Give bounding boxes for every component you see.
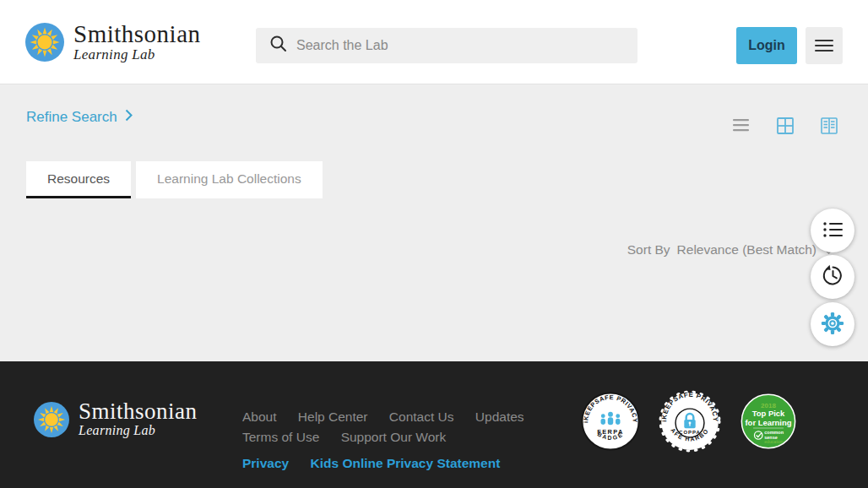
refine-search-link[interactable]: Refine Search xyxy=(26,109,133,126)
results-area: Refine Search xyxy=(0,85,868,361)
footer-link-support-our-work[interactable]: Support Our Work xyxy=(341,430,447,444)
sort-value: Relevance (Best Match) xyxy=(677,242,816,258)
search-bar xyxy=(256,28,637,63)
login-button[interactable]: Login xyxy=(736,27,797,64)
footer-link-privacy[interactable]: Privacy xyxy=(242,456,289,470)
refine-search-label: Refine Search xyxy=(26,109,117,126)
history-button[interactable] xyxy=(811,255,854,299)
brand-name: Smithsonian xyxy=(73,22,201,46)
top-pick-line2: for Learning xyxy=(745,418,791,427)
gear-icon xyxy=(821,312,844,338)
list-view-icon xyxy=(733,122,750,134)
list-panel-button[interactable] xyxy=(811,209,854,252)
hamburger-icon xyxy=(815,36,833,55)
chevron-right-icon xyxy=(125,109,133,126)
detail-view-button[interactable] xyxy=(821,117,838,134)
grid-view-button[interactable] xyxy=(777,117,794,134)
grid-view-icon xyxy=(777,124,794,137)
common-sense-top-pick-badge[interactable]: 2018 Top Pick for Learning common sense … xyxy=(740,393,797,453)
footer-link-help-center[interactable]: Help Center xyxy=(298,409,368,424)
footer-brand-name: Smithsonian xyxy=(79,400,198,423)
bulleted-list-icon xyxy=(822,220,844,242)
smithsonian-sunburst-icon xyxy=(25,23,64,62)
footer-link-terms-of-use[interactable]: Terms of Use xyxy=(242,430,319,444)
learning-lab-page: Smithsonian Learning Lab Login Refine Se… xyxy=(0,0,868,488)
sort-by-label: Sort By xyxy=(627,242,670,258)
sort-dropdown[interactable]: Sort By Relevance (Best Match) xyxy=(627,242,834,258)
site-logo[interactable]: Smithsonian Learning Lab xyxy=(25,22,201,63)
footer-link-kids-privacy[interactable]: Kids Online Privacy Statement xyxy=(310,456,500,470)
top-pick-line1: Top Pick xyxy=(752,409,785,418)
footer-link-contact-us[interactable]: Contact Us xyxy=(389,409,454,424)
search-icon xyxy=(266,35,296,57)
tab-learning-lab-collections[interactable]: Learning Lab Collections xyxy=(136,161,323,198)
footer-links: About Help Center Contact Us Updates Ter… xyxy=(242,407,542,474)
footer-link-updates[interactable]: Updates xyxy=(475,409,524,424)
detail-view-icon xyxy=(821,124,838,137)
history-clock-icon xyxy=(822,264,844,290)
settings-button[interactable] xyxy=(811,302,854,346)
coppa-mid-text: COPPA xyxy=(679,430,701,435)
ikeepsafe-ferpa-badge[interactable]: iKEEPSAFE PRIVACY FERPA BADGE xyxy=(581,392,640,454)
header: Smithsonian Learning Lab Login xyxy=(0,0,868,84)
result-tabs: Resources Learning Lab Collections xyxy=(26,161,323,198)
brand-subtitle: Learning Lab xyxy=(73,46,201,63)
footer-logo[interactable]: Smithsonian Learning Lab xyxy=(34,400,198,438)
ikeepsafe-coppa-badge[interactable]: iKEEPSAFE PRIVACY COPPA SAFE HARBOR xyxy=(659,390,721,456)
certification-badges: iKEEPSAFE PRIVACY FERPA BADGE xyxy=(581,390,797,456)
footer: Smithsonian Learning Lab About Help Cent… xyxy=(0,361,868,488)
search-input[interactable] xyxy=(296,38,627,53)
list-view-button[interactable] xyxy=(733,117,750,134)
footer-brand-subtitle: Learning Lab xyxy=(79,423,198,438)
menu-button[interactable] xyxy=(806,27,843,64)
tab-resources[interactable]: Resources xyxy=(26,161,131,198)
top-pick-org3: education xyxy=(764,439,783,444)
view-toggles xyxy=(733,117,838,134)
footer-link-about[interactable]: About xyxy=(242,409,277,424)
smithsonian-sunburst-icon xyxy=(34,402,69,437)
